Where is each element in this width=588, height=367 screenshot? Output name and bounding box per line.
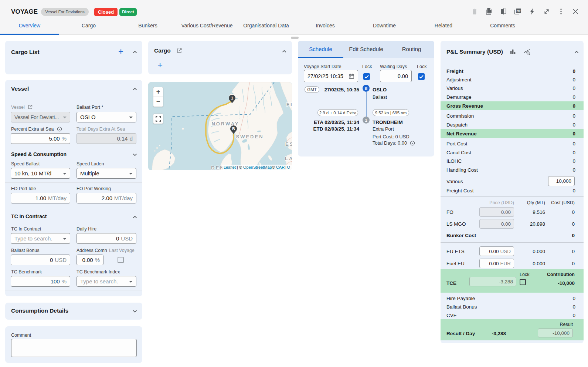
schedule-tab-routing[interactable]: Routing [389, 41, 434, 58]
voyage-map[interactable]: NORWAY SWEDEN DENMARK FI ES LA 1 B [148, 82, 292, 170]
eu-ets-price-input[interactable]: 0.00USD [479, 246, 514, 256]
collapse-cargo-icon[interactable] [282, 49, 287, 54]
fo-cost: 0 [572, 209, 575, 215]
price-header: Price (USD) [489, 200, 514, 205]
tab-downtime[interactable]: Downtime [355, 18, 414, 35]
splitter-grip[interactable] [291, 37, 299, 39]
voyage-start-lock-checkbox[interactable] [363, 73, 370, 80]
bunker-cost-label: Bunker Cost [446, 233, 476, 238]
expand-icon[interactable] [543, 8, 550, 15]
collapse-vessel-icon[interactable] [132, 87, 137, 92]
pdf-export-icon[interactable]: PDF [514, 8, 521, 15]
address-comn-input[interactable]: 0.00% [77, 255, 103, 265]
daily-hire-input[interactable]: 0USD [77, 233, 136, 244]
tab-organisational-data[interactable]: Organisational Data [237, 18, 296, 35]
zoom-in-button[interactable]: + [153, 87, 163, 97]
fo-port-idle-input[interactable]: 1.00MT/day [11, 193, 70, 203]
waiting-days-lock-checkbox[interactable] [418, 73, 425, 80]
expand-speed-section-icon[interactable] [132, 152, 137, 157]
schedule-tab-edit-schedule[interactable]: Edit Schedule [343, 41, 389, 58]
tc-benchmark-index-label: TC Benchmark Index [77, 269, 120, 275]
pnl-row-label: Handling Cost [446, 167, 478, 173]
divider [5, 290, 142, 290]
total-days-text: Total Days: 0.00 [373, 140, 407, 146]
pnl-row-label: Despatch [446, 122, 468, 128]
value-text: 100 [51, 278, 60, 284]
pnl-row-value: 0 [572, 304, 575, 310]
pnl-row-value: 0 [572, 296, 575, 301]
add-cargo-button[interactable]: + [118, 48, 123, 55]
tab-bunkers[interactable]: Bunkers [118, 18, 177, 35]
ballast-bonus-input[interactable]: 0USD [11, 255, 70, 265]
pnl-row-value: 0 [572, 122, 575, 128]
fo-port-working-input[interactable]: 2.00MT/day [77, 193, 136, 203]
qty-header: Qty (MT) [527, 200, 545, 205]
cargo-list-title: Cargo List [11, 49, 40, 55]
delete-icon[interactable] [471, 8, 478, 15]
last-voyage-checkbox[interactable] [118, 257, 124, 263]
various-cost-input[interactable]: 10,000 [548, 176, 575, 186]
timezone-chip: GMT [305, 86, 319, 93]
pnl-panel: P&L Summary (USD) Freight0Adjustment0Var… [441, 41, 584, 343]
close-icon[interactable] [572, 8, 579, 15]
ballast-port-select[interactable]: OSLO [77, 112, 136, 122]
collapse-tc-section-icon[interactable] [132, 215, 137, 220]
carto-link[interactable]: CARTO [276, 165, 290, 169]
tab-invoices[interactable]: Invoices [296, 18, 355, 35]
leaflet-link[interactable]: Leaflet [224, 165, 236, 169]
stop-b-time: 27/02/25, 10:35 [324, 87, 359, 92]
vessel-select[interactable]: Vessel For Deviati... [11, 112, 70, 122]
fullscreen-button[interactable] [153, 114, 163, 124]
cargo-card-title: Cargo [154, 47, 171, 54]
status-badge: Closed [94, 8, 118, 16]
consumption-details-card: Consumption Details [5, 303, 142, 320]
tce-input: -3,288 [469, 277, 516, 286]
value-text: 0.00 [82, 257, 93, 263]
voyage-start-input[interactable]: 27/02/25 10:35 [304, 70, 358, 82]
speed-laden-select[interactable]: Multiple [77, 168, 136, 179]
schedule-tabs: ScheduleEdit ScheduleRouting [298, 41, 434, 58]
quick-actions-icon[interactable] [528, 8, 536, 15]
calendar-icon[interactable] [349, 73, 354, 79]
eu-ets-label: EU ETS [446, 249, 465, 254]
tab-related[interactable]: Related [414, 18, 473, 35]
copy-icon[interactable] [485, 8, 493, 15]
tc-benchmark-input[interactable]: 100% [11, 276, 70, 287]
waiting-days-input[interactable]: 0.00 [380, 70, 412, 82]
osm-link[interactable]: OpenStreetMap [243, 165, 272, 169]
tc-in-contract-select[interactable]: Type to search. [11, 233, 70, 244]
tc-benchmark-index-select[interactable]: Type to search. [77, 276, 136, 287]
pnl-row-label: Gross Revenue [446, 103, 483, 109]
comment-textarea[interactable] [11, 339, 137, 357]
tab-comments[interactable]: Comments [473, 18, 532, 35]
pnl-row-value: 0 [572, 313, 575, 318]
pnl-row-label: Canal Cost [446, 150, 471, 155]
tab-cargo[interactable]: Cargo [59, 18, 118, 35]
more-icon[interactable] [557, 8, 565, 15]
svg-text:PDF: PDF [517, 10, 520, 12]
contribution-value: -10,000 [558, 280, 575, 286]
fo-port-idle-label: FO Port Idle [11, 186, 36, 191]
zoom-out-button[interactable]: − [153, 97, 163, 107]
pnl-row-label: Port Cost [446, 141, 467, 147]
speed-ballast-select[interactable]: 10 kn, 10 MT/d [11, 168, 70, 179]
fuel-eu-price-input[interactable]: 0.00EUR [479, 259, 514, 268]
tce-lock-checkbox[interactable] [520, 279, 526, 285]
tab-overview[interactable]: Overview [0, 18, 59, 35]
ballast-bonus-label: Ballast Bonus [11, 248, 39, 253]
percent-extra-input[interactable]: 5.00% [11, 133, 70, 144]
collapse-pnl-icon[interactable] [574, 50, 579, 55]
analytics-search-icon[interactable] [523, 48, 531, 56]
pnl-row-value: 0 [572, 158, 575, 164]
tab-various-cost-revenue[interactable]: Various Cost/Revenue [177, 18, 237, 35]
carto-prefix-text: © [272, 165, 276, 169]
collapse-cargo-list-icon[interactable] [132, 50, 137, 55]
fo-qty: 9.516 [533, 209, 545, 215]
compare-icon[interactable] [500, 8, 507, 15]
bar-chart-icon[interactable] [509, 48, 516, 55]
add-cargo-item-button[interactable]: + [157, 61, 163, 69]
schedule-tab-schedule[interactable]: Schedule [298, 41, 343, 58]
price-text: 0.00 [501, 221, 511, 227]
expand-consumption-icon[interactable] [132, 309, 137, 314]
open-cargo-external-icon[interactable] [176, 48, 182, 54]
